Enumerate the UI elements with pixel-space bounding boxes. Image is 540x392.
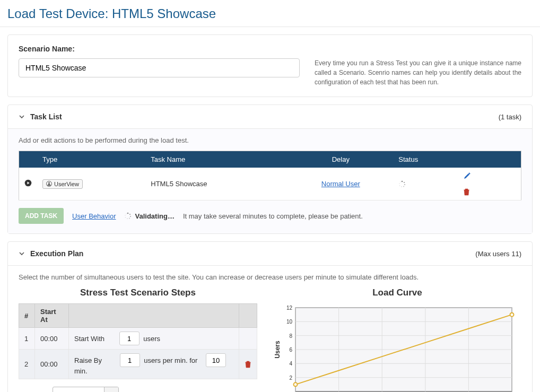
svg-point-6 [403, 186, 404, 187]
col-actions [458, 151, 521, 168]
col-start-at: Start At [35, 304, 69, 328]
task-list-header[interactable]: Task List (1 task) [8, 105, 532, 129]
scenario-panel: Scenario Name: Every time you run a Stre… [7, 34, 533, 97]
task-type-label: UserView [54, 181, 79, 187]
step-label: Raise By [74, 356, 102, 364]
task-list-title: Task List [30, 112, 62, 121]
load-curve-chart: 2468101200:0002:0004:0006:0008:0010:00Ti… [273, 303, 517, 392]
divider [0, 27, 540, 27]
step-unit: users per min. for [144, 356, 197, 364]
col-step-action [69, 304, 239, 328]
col-name: Task Name [145, 151, 288, 168]
col-delay: Delay [288, 151, 393, 168]
steps-table: # Start At 1 00:00 Start With [19, 303, 257, 379]
validating-spinner-icon [124, 212, 132, 220]
col-expand [19, 151, 38, 168]
svg-point-18 [126, 213, 127, 214]
action-combobox[interactable]: Action [53, 387, 119, 392]
page-title: Load Test Device: HTML5 Showcase [0, 0, 540, 27]
svg-text:10: 10 [286, 319, 293, 325]
execution-plan-panel: Execution Plan (Max users 11) Select the… [7, 241, 533, 392]
svg-point-14 [129, 218, 130, 219]
max-users-meta: (Max users 11) [475, 250, 521, 258]
user-behavior-link[interactable]: User Behavior [72, 212, 116, 220]
raise-by-input[interactable] [120, 353, 140, 367]
scenario-help-text: Every time you run a Stress Test you can… [315, 58, 521, 87]
add-task-button[interactable]: ADD TASK [19, 208, 64, 224]
task-table: Type Task Name Delay Status [19, 151, 521, 201]
svg-point-5 [404, 184, 405, 185]
task-name-cell: HTML5 Showcase [145, 168, 288, 201]
col-step-num: # [19, 304, 35, 328]
svg-point-15 [127, 218, 128, 219]
task-delay-link[interactable]: Normal User [321, 180, 360, 188]
svg-point-10 [400, 181, 402, 182]
svg-text:8: 8 [289, 333, 292, 339]
col-status: Status [393, 151, 457, 168]
steps-title: Stress Test Scenario Steps [19, 288, 257, 298]
svg-point-2 [48, 182, 50, 184]
execution-help: Select the number of simultaneous users … [19, 273, 521, 281]
validating-label: Validating… [135, 212, 174, 220]
svg-point-9 [399, 183, 400, 184]
chevron-down-icon [19, 250, 25, 257]
step-num: 2 [19, 350, 35, 379]
step-row: 2 00:00 Raise By users per min. for min. [19, 350, 257, 379]
step-row: 1 00:00 Start With users [19, 328, 257, 350]
scenario-name-input[interactable] [19, 58, 300, 77]
scenario-label: Scenario Name: [19, 45, 521, 53]
edit-task-icon[interactable] [463, 172, 516, 180]
action-combobox-value: Action [53, 387, 104, 392]
caret-down-icon[interactable] [104, 387, 118, 392]
step-label: Start With [74, 335, 104, 343]
step-time: 00:00 [35, 350, 69, 379]
svg-point-3 [402, 181, 403, 182]
status-spinner-icon [398, 180, 406, 188]
svg-text:Users: Users [274, 341, 281, 359]
task-count: (1 task) [499, 113, 521, 121]
svg-text:4: 4 [289, 361, 292, 367]
start-with-input[interactable] [119, 332, 140, 345]
execution-plan-header[interactable]: Execution Plan (Max users 11) [8, 242, 532, 266]
step-num: 1 [19, 328, 35, 350]
svg-point-45 [510, 313, 514, 317]
execution-plan-title: Execution Plan [30, 249, 83, 258]
svg-point-4 [404, 182, 405, 183]
svg-point-8 [399, 185, 400, 186]
task-list-panel: Task List (1 task) Add or edit actions t… [7, 104, 533, 234]
step-time: 00:00 [35, 328, 69, 350]
step-unit: min. [74, 367, 88, 375]
task-list-help: Add or edit actions to be performed duri… [19, 136, 521, 144]
chevron-down-icon [19, 114, 25, 120]
svg-point-44 [294, 382, 298, 386]
svg-text:12: 12 [286, 305, 293, 311]
svg-text:6: 6 [289, 347, 292, 353]
delete-step-icon[interactable] [245, 360, 251, 368]
col-step-actions [239, 304, 257, 328]
expand-row-icon[interactable] [24, 179, 32, 187]
svg-point-16 [125, 217, 126, 218]
task-type-badge: UserView [42, 179, 83, 189]
svg-point-11 [127, 213, 129, 214]
duration-input[interactable] [206, 353, 226, 367]
load-curve-title: Load Curve [273, 288, 521, 298]
svg-point-17 [125, 215, 126, 216]
svg-point-12 [129, 214, 130, 215]
svg-point-7 [402, 186, 403, 187]
delete-task-icon[interactable] [463, 188, 516, 196]
step-unit: users [143, 335, 160, 343]
col-type: Type [37, 151, 145, 168]
svg-text:2: 2 [289, 375, 292, 381]
svg-point-13 [130, 216, 131, 217]
task-row: UserView HTML5 Showcase Normal User [19, 168, 521, 201]
validating-help: It may take several minutes to complete,… [183, 212, 363, 220]
